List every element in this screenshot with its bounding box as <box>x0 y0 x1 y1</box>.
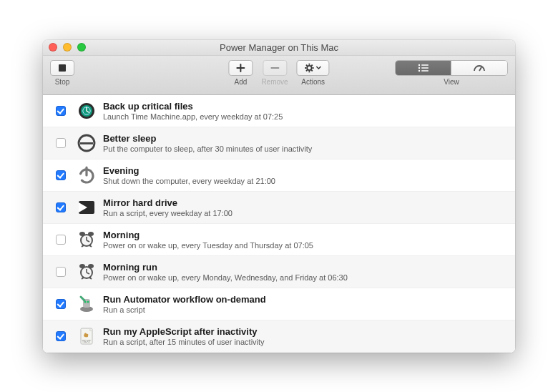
event-row[interactable]: EveningShut down the computer, every wee… <box>43 160 515 192</box>
script-icon <box>77 198 96 217</box>
window-title: Power Manager on This Mac <box>43 42 515 53</box>
event-text: MorningPower on or wake up, every Tuesda… <box>103 230 313 250</box>
view-segmented <box>395 60 508 76</box>
event-row[interactable]: Mirror hard driveRun a script, every wee… <box>43 192 515 224</box>
event-title: Run Automator workflow on-demand <box>103 294 266 305</box>
remove-label: Remove <box>261 78 288 86</box>
event-title: Back up critical files <box>103 101 283 112</box>
event-checkbox[interactable] <box>56 267 66 277</box>
actions-group: Actions <box>297 60 330 86</box>
event-text: Better sleepPut the computer to sleep, a… <box>103 133 312 153</box>
svg-rect-14 <box>421 67 429 69</box>
stop-icon <box>58 64 67 72</box>
alarm-icon <box>77 263 96 281</box>
svg-point-44 <box>87 300 89 303</box>
timemachine-icon <box>77 102 96 120</box>
stop-button[interactable] <box>50 60 74 76</box>
event-text: Morning runPower on or wake up, every Mo… <box>103 262 348 282</box>
event-title: Run my AppleScript after inactivity <box>103 326 265 337</box>
event-title: Morning run <box>103 262 348 273</box>
event-checkbox[interactable] <box>56 299 66 309</box>
event-title: Mirror hard drive <box>103 197 232 208</box>
event-checkbox[interactable] <box>56 138 66 148</box>
event-text: Run Automator workflow on-demandRun a sc… <box>103 294 266 314</box>
toolbar: Stop Add Remove Actions <box>43 56 515 95</box>
stop-group: Stop <box>50 60 74 86</box>
event-subtitle: Run a script, every weekday at 17:00 <box>103 209 232 217</box>
event-row[interactable]: MorningPower on or wake up, every Tuesda… <box>43 224 515 256</box>
svg-rect-15 <box>421 70 429 72</box>
automator-icon <box>77 295 96 313</box>
gauge-icon <box>473 64 486 72</box>
event-row[interactable]: Back up critical filesLaunch Time Machin… <box>43 95 515 127</box>
event-subtitle: Shut down the computer, every weekday at… <box>103 177 275 185</box>
event-row[interactable]: Run Automator workflow on-demandRun a sc… <box>43 288 515 320</box>
event-checkbox[interactable] <box>56 106 66 116</box>
actions-button[interactable] <box>297 60 330 76</box>
add-label: Add <box>234 78 247 86</box>
actions-label: Actions <box>301 78 325 86</box>
event-subtitle: Launch Time Machine.app, every weekday a… <box>103 112 283 121</box>
svg-point-10 <box>418 64 419 65</box>
alarm-icon <box>77 230 96 249</box>
remove-button <box>263 60 287 76</box>
event-checkbox[interactable] <box>56 331 66 341</box>
power-icon <box>77 166 96 185</box>
svg-line-9 <box>306 70 307 71</box>
event-text: Back up critical filesLaunch Time Machin… <box>103 101 283 121</box>
event-list: Back up critical filesLaunch Time Machin… <box>43 95 515 353</box>
event-row[interactable]: TEXTRun my AppleScript after inactivityR… <box>43 320 515 353</box>
event-text: EveningShut down the computer, every wee… <box>103 165 275 185</box>
svg-line-39 <box>82 278 84 279</box>
svg-rect-0 <box>59 64 66 72</box>
event-subtitle: Put the computer to sleep, after 30 minu… <box>103 144 312 153</box>
svg-rect-21 <box>80 142 93 144</box>
add-group: Add <box>228 60 253 86</box>
event-checkbox[interactable] <box>56 235 66 245</box>
view-gauge-button[interactable] <box>451 61 507 75</box>
stop-label: Stop <box>55 78 70 86</box>
svg-line-32 <box>89 245 92 247</box>
event-checkbox[interactable] <box>56 170 66 180</box>
svg-rect-13 <box>421 64 429 66</box>
remove-group: Remove <box>261 60 288 86</box>
svg-line-31 <box>82 245 84 247</box>
event-title: Better sleep <box>103 133 312 144</box>
sleep-icon <box>77 134 96 152</box>
event-title: Evening <box>103 165 275 176</box>
plus-icon <box>235 63 245 73</box>
event-text: Mirror hard driveRun a script, every wee… <box>103 197 232 217</box>
svg-line-40 <box>89 278 92 279</box>
svg-line-6 <box>306 64 307 65</box>
event-checkbox[interactable] <box>56 202 66 212</box>
svg-line-7 <box>312 70 313 71</box>
app-window: Power Manager on This Mac Stop Add Remov… <box>43 40 515 353</box>
chevron-down-icon <box>316 66 322 70</box>
event-subtitle: Power on or wake up, every Monday, Wedne… <box>103 273 348 282</box>
event-title: Morning <box>103 230 313 240</box>
applescript-icon: TEXT <box>77 327 96 346</box>
center-tools: Add Remove Actions <box>228 60 329 86</box>
event-row[interactable]: Better sleepPut the computer to sleep, a… <box>43 127 515 160</box>
event-subtitle: Run a script <box>103 305 266 314</box>
view-list-button[interactable] <box>396 61 451 75</box>
svg-line-8 <box>312 64 313 65</box>
list-icon <box>417 64 430 72</box>
svg-line-16 <box>479 67 481 71</box>
view-label: View <box>444 78 459 86</box>
event-subtitle: Run a script, after 15 minutes of user i… <box>103 338 265 346</box>
minus-icon <box>270 63 280 73</box>
event-text: Run my AppleScript after inactivityRun a… <box>103 326 265 346</box>
event-row[interactable]: Morning runPower on or wake up, every Mo… <box>43 256 515 288</box>
event-subtitle: Power on or wake up, every Tuesday and T… <box>103 241 313 250</box>
svg-text:TEXT: TEXT <box>82 339 92 343</box>
svg-point-11 <box>418 67 419 68</box>
svg-point-12 <box>418 69 419 71</box>
titlebar[interactable]: Power Manager on This Mac <box>43 40 515 56</box>
add-button[interactable] <box>228 60 253 76</box>
view-group: View <box>395 60 508 86</box>
gear-icon <box>305 63 315 73</box>
svg-point-1 <box>307 65 311 69</box>
